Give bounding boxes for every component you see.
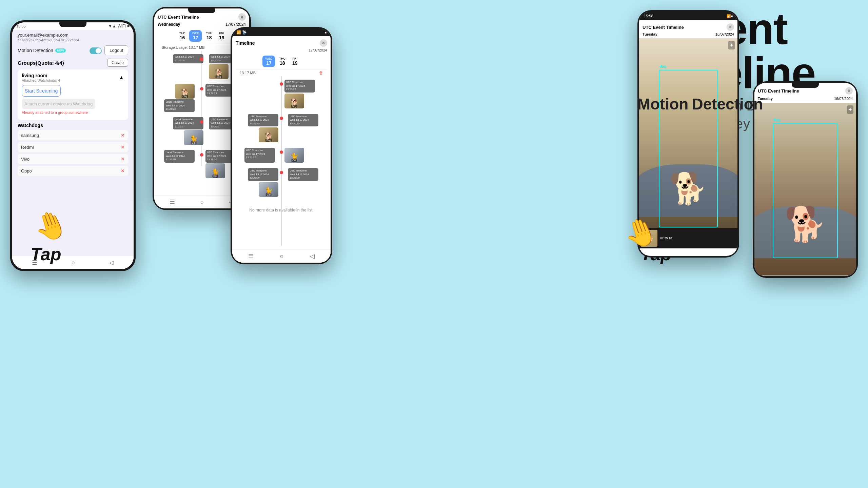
- tap-label-left: Tap: [31, 244, 61, 264]
- phone3-icons: 📶 📡: [236, 30, 247, 35]
- phone3-day-selector: WED17 THU18 FRI19: [236, 54, 327, 69]
- phone5-date: 16/07/2024: [834, 97, 853, 101]
- phone2-storage: Storage Usage: 13.17 MB: [162, 45, 205, 49]
- room-header: living room Attached Watchdogs: 4 ▲: [22, 73, 124, 82]
- phone5-screen: UTC Event Timeline ✕ Tuesday 16/07/2024 …: [754, 83, 856, 276]
- create-button[interactable]: Create: [107, 59, 128, 67]
- delete-storage-icon-p3[interactable]: 🗑: [319, 70, 323, 75]
- phone4-notch: [675, 12, 702, 17]
- dot-1: [200, 58, 203, 61]
- phone5-image-area: 🐕 dog ✦: [754, 103, 856, 276]
- phone3-screen: 📶 📡 ■ Timeline ✕ 17/07/2024 WED17 THU18 …: [232, 29, 331, 263]
- phone1-notch: [59, 22, 86, 27]
- phone5-title: UTC Event Timeline: [758, 88, 799, 94]
- phone3-close-button[interactable]: ✕: [320, 39, 327, 47]
- watchdog-name-oppo: Oppo: [21, 168, 32, 174]
- room-card: living room Attached Watchdogs: 4 ▲ Star…: [18, 69, 128, 120]
- day-chip-wed-p3[interactable]: WED17: [262, 56, 275, 67]
- room-name: living room: [22, 73, 60, 78]
- motion-label-group: Motion Detection NEW: [18, 48, 66, 53]
- battery-icon-p3: ■: [324, 30, 327, 34]
- expand-icon[interactable]: ✦: [728, 41, 735, 49]
- phone3-event-cat1[interactable]: UTC TimezoneWed Jul 17 202413:26:27 Cat …: [235, 148, 328, 163]
- day-chip-fri[interactable]: FRI19: [216, 30, 227, 42]
- delete-samsung-icon[interactable]: ✕: [121, 133, 125, 138]
- p3-dot-1: [280, 82, 283, 86]
- back-icon[interactable]: ◁: [109, 259, 114, 266]
- phone4-icons: 📶■: [727, 14, 733, 18]
- phone5-dog-label: dog: [773, 118, 780, 122]
- motion-detection-row: Motion Detection NEW Logout: [18, 45, 128, 55]
- signal-icon: ▼▲: [108, 24, 116, 28]
- phone1-time: 15:55: [16, 24, 26, 28]
- phone3-frame: 📶 📡 ■ Timeline ✕ 17/07/2024 WED17 THU18 …: [231, 27, 332, 264]
- day-chip-tue[interactable]: TUE16: [176, 30, 188, 42]
- phone5-frame: UTC Event Timeline ✕ Tuesday 16/07/2024 …: [753, 81, 858, 278]
- start-streaming-button[interactable]: Start Streaming: [22, 85, 61, 97]
- watchdog-item-vivo: Vivo ✕: [18, 154, 128, 164]
- delete-oppo-icon[interactable]: ✕: [121, 168, 125, 174]
- user-id: ad7a2c2d-9fc2-42cd-893e-47a1772ff3b4: [18, 38, 128, 42]
- dog-detection-label: dog: [659, 64, 666, 68]
- phone3-event-dog2[interactable]: UTC TimezoneWed Jul 17 202413:26:23 Dog …: [235, 114, 328, 143]
- already-attached-message: Already attached to a group somewhere: [22, 110, 124, 115]
- phone1-screen: 15:55 ▼▲ WiFi ■ your.email@example.com a…: [12, 22, 134, 269]
- wifi-icon: WiFi: [118, 24, 126, 28]
- day-chip-thu-p3[interactable]: THU18: [276, 56, 288, 67]
- watchdog-item-oppo: Oppo ✕: [18, 166, 128, 176]
- battery-icon: ■: [127, 24, 130, 28]
- day-chip-wed[interactable]: WED17: [189, 30, 202, 42]
- user-email: your.email@example.com: [18, 33, 128, 38]
- back-icon-p3[interactable]: ◁: [310, 252, 315, 260]
- logout-button[interactable]: Logout: [104, 45, 128, 55]
- watchdog-item-redmi: Redmi ✕: [18, 142, 128, 152]
- home-icon[interactable]: ○: [72, 259, 75, 266]
- phone4-frame: 15:58 📶■ UTC Event Timeline ✕ Tuesday 16…: [637, 10, 739, 258]
- phone4-close-button[interactable]: ✕: [727, 23, 734, 31]
- phone5-notch: [792, 83, 819, 88]
- delete-redmi-icon[interactable]: ✕: [121, 144, 125, 150]
- phone2-date: 17/07/2024: [225, 22, 246, 27]
- attach-watchdog-button[interactable]: Attach current device as Watchdog: [22, 99, 95, 109]
- phone3-notch: [268, 29, 295, 34]
- groups-header: Groups(Quota: 4/4) Create: [18, 59, 128, 67]
- phone5-close-button[interactable]: ✕: [845, 87, 853, 95]
- home-icon-p2[interactable]: ○: [200, 199, 204, 206]
- phone2-title: UTC Event Timeline: [158, 15, 199, 20]
- phone3-event-dog1[interactable]: UTC TimezoneWed Jul 17 202413:26:20 Dog …: [235, 80, 328, 108]
- detection-badge: Detection: [692, 95, 763, 113]
- phone5-expand-icon[interactable]: ✦: [847, 105, 853, 114]
- phone3-event-cat2[interactable]: UTC TimezoneWed Jul 17 202413:26:30 Cat …: [235, 168, 328, 197]
- watchdogs-title: Watchdogs: [18, 123, 128, 128]
- dot-3: [200, 120, 203, 124]
- watchdog-name-samsung: samsung: [21, 133, 39, 138]
- detection-box: dog: [659, 70, 718, 227]
- groups-title: Groups(Quota: 4/4): [18, 60, 64, 66]
- menu-icon-p3[interactable]: ☰: [248, 252, 254, 260]
- motion-detection-badges: Motion Detection: [637, 95, 763, 113]
- day-chip-fri-p3[interactable]: FRI19: [290, 56, 300, 67]
- delete-vivo-icon[interactable]: ✕: [121, 156, 125, 162]
- phone4-time: 15:58: [644, 14, 653, 18]
- phone1-frame: 15:55 ▼▲ WiFi ■ your.email@example.com a…: [10, 20, 136, 271]
- phone3-timeline-body: UTC TimezoneWed Jul 17 202413:26:20 Dog …: [232, 76, 331, 263]
- motion-badge: Motion: [637, 95, 689, 113]
- phone3-date: 17/07/2024: [236, 48, 327, 52]
- phone4-title: UTC Event Timeline: [643, 25, 684, 30]
- day-chip-thu[interactable]: THU18: [203, 30, 215, 42]
- phone2-close-button[interactable]: ✕: [238, 13, 246, 21]
- motion-toggle[interactable]: [90, 47, 102, 54]
- phone4-screen: 15:58 📶■ UTC Event Timeline ✕ Tuesday 16…: [639, 12, 737, 256]
- phone4-date: 16/07/2024: [715, 32, 734, 36]
- menu-icon-p2[interactable]: ☰: [170, 198, 175, 206]
- home-icon-p3[interactable]: ○: [280, 253, 284, 260]
- phone4-day: Tuesday: [643, 32, 657, 36]
- p3-dot-4: [280, 171, 283, 174]
- phone4-detection-area: 🐕 dog ✦ 🐕 07:35:18: [639, 38, 737, 248]
- watchdog-item-samsung: samsung ✕: [18, 130, 128, 140]
- p3-dot-3: [280, 150, 283, 154]
- new-badge: NEW: [55, 48, 66, 53]
- motion-detection-label: Motion Detection: [18, 48, 53, 53]
- phone3-nav-bar: ☰ ○ ◁: [232, 249, 331, 263]
- phone5-detection-box: dog: [773, 123, 838, 258]
